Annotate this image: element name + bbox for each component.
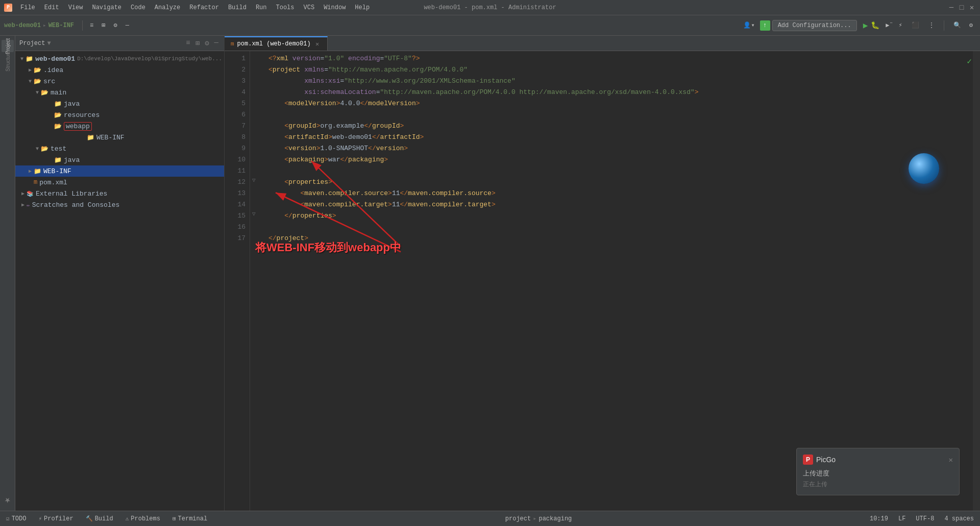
stop-button[interactable]: ⬛ [909,20,922,30]
menu-navigate[interactable]: Navigate [88,3,126,12]
tree-item-webinf[interactable]: ▶ 📁 WEB-INF [15,165,224,177]
menu-view[interactable]: View [64,3,87,12]
tree-item-webapp[interactable]: 📂 webapp [15,121,224,132]
menu-tools[interactable]: Tools [272,3,299,12]
settings-gear-btn[interactable]: ⚙ [966,20,976,30]
tree-label-scratches: Scratches and Consoles [32,201,120,209]
java-folder-icon: 📁 [54,100,62,108]
sidebar-dropdown-icon[interactable]: ▼ [47,40,51,47]
picgo-icon: P [803,455,813,465]
menu-code[interactable]: Code [127,3,150,12]
menu-analyze[interactable]: Analyze [151,3,184,12]
coverage-button[interactable]: ▶̈ [883,20,892,30]
menu-build[interactable]: Build [224,3,251,12]
tree-label-test: test [51,145,66,153]
code-line-16 [268,222,973,233]
code-line-5: <modelVersion>4.0.0</modelVersion> [268,98,973,109]
tree-item-idea[interactable]: ▶ 📂 .idea [15,64,224,76]
sidebar-title-text: Project [19,40,45,47]
tree-toggle-root[interactable]: ▼ [18,55,26,62]
notification-progress-label: 上传进度 [803,469,953,478]
run-button[interactable]: ▶ [863,20,868,31]
tree-item-src[interactable]: ▼ 📂 src [15,76,224,87]
fold-icon-end[interactable]: ▽ [252,210,256,217]
build-status-item[interactable]: 🔨 Build [84,514,115,523]
status-indent[interactable]: 4 spaces [942,514,976,523]
breadcrumb-webinf: WEB-INF [48,22,74,29]
activity-structure[interactable]: Structure [2,55,14,67]
main-layout: Project Structure ★ Project ▼ ≡ ⊞ ⚙ ─ ▼ … [0,36,980,511]
maximize-button[interactable]: □ [958,4,966,12]
close-button[interactable]: ✕ [968,4,976,12]
line-num-7: 7 [229,121,246,132]
todo-status-item[interactable]: ☑ TODO [4,514,28,523]
fold-indicators: ▽ ▽ [250,51,260,511]
tree-toggle-external-libs[interactable]: ▶ [19,190,27,197]
expand-all-icon[interactable]: ⊞ [194,38,201,48]
menu-edit[interactable]: Edit [40,3,63,12]
profiler-status-item[interactable]: ⚡ Profiler [36,514,75,523]
window-title: web-demo01 - pom.xml - Administrator [424,4,556,11]
tab-close-btn[interactable]: ✕ [314,40,321,47]
debug-button[interactable]: 🐛 [871,21,879,30]
more-run-button[interactable]: ⋮ [925,20,938,30]
code-line-8: <artifactId>web-demo01</artifactId> [268,132,973,143]
search-btn[interactable]: 🔍 [950,20,964,30]
status-encoding[interactable]: UTF-8 [914,514,936,523]
activity-favorites[interactable]: ★ [2,494,14,507]
tree-item-main[interactable]: ▼ 📂 main [15,87,224,98]
folder-icon-webinf: 📁 [34,168,41,175]
separator2 [944,20,944,31]
tree-toggle-idea[interactable]: ▶ [27,66,34,74]
tree-toggle-pomxml [27,179,34,186]
menu-file[interactable]: File [16,3,39,12]
expand-btn[interactable]: ⊞ [99,20,108,30]
close-sidebar-btn[interactable]: ─ [122,21,132,30]
fold-icon-properties[interactable]: ▽ [252,177,256,183]
tree-toggle-src[interactable]: ▼ [27,78,34,85]
terminal-status-item[interactable]: ⊞ Terminal [170,514,209,523]
add-configuration-button[interactable]: Add Configuration... [772,20,857,31]
tree-item-external-libs[interactable]: ▶ 📚 External Libraries [15,188,224,199]
menu-window[interactable]: Window [320,3,350,12]
status-line-separator[interactable]: LF [896,514,908,523]
line-num-11: 11 [229,165,246,177]
status-position[interactable]: 10:19 [868,514,890,523]
code-editor: 1 2 3 4 5 6 7 8 9 10 11 12 13 14 15 16 1… [225,51,980,511]
tree-item-scratches[interactable]: ▶ ✏ Scratches and Consoles [15,199,224,210]
build-label: Build [95,515,113,522]
tree-toggle-test[interactable]: ▼ [34,145,41,152]
collapse-all-btn[interactable]: ≡ [87,21,96,30]
status-bar: ☑ TODO ⚡ Profiler 🔨 Build ⚠ Problems ⊞ T… [0,511,980,526]
tree-toggle-scratches[interactable]: ▶ [19,201,27,208]
profile-btn[interactable]: 👤▾ [740,20,757,30]
sidebar-close-icon[interactable]: ─ [213,38,220,48]
minimize-button[interactable]: ─ [947,4,955,12]
menu-help[interactable]: Help [351,3,374,12]
notification-close-btn[interactable]: ✕ [949,456,953,464]
tree-item-test[interactable]: ▼ 📂 test [15,143,224,154]
tree-toggle-java-test [47,156,54,163]
tree-toggle-webinf[interactable]: ▶ [27,168,34,175]
menu-refactor[interactable]: Refactor [185,3,223,12]
tree-item-pomxml[interactable]: m pom.xml [15,177,224,188]
activity-project[interactable]: Project [2,40,14,52]
sidebar-settings-icon[interactable]: ⚙ [203,38,210,48]
profile-run-button[interactable]: ⚡ [896,20,905,30]
tree-item-root[interactable]: ▼ 📁 web-demo01 D:\develop\JavaDevelop\01… [15,53,224,64]
tree-item-resources[interactable]: 📂 resources [15,109,224,121]
tree-item-java-test[interactable]: 📁 java [15,154,224,165]
problems-status-item[interactable]: ⚠ Problems [124,514,162,523]
tree-item-java[interactable]: 📁 java [15,98,224,109]
status-breadcrumb: project ▸ packaging [505,515,572,522]
menu-vcs[interactable]: VCS [300,3,319,12]
settings-btn[interactable]: ⚙ [111,20,120,30]
collapse-all-icon[interactable]: ≡ [184,38,191,48]
tree-toggle-main[interactable]: ▼ [34,89,41,96]
menu-run[interactable]: Run [252,3,271,12]
sync-btn[interactable]: ↑ [760,20,770,31]
minimap[interactable] [973,51,980,511]
tree-item-webinf-child[interactable]: 📁 WEB-INF [15,132,224,143]
editor-tab-pomxml[interactable]: m pom.xml (web-demo01) ✕ [225,36,328,51]
code-content[interactable]: <?xml version="1.0" encoding="UTF-8"?> <… [260,51,973,511]
